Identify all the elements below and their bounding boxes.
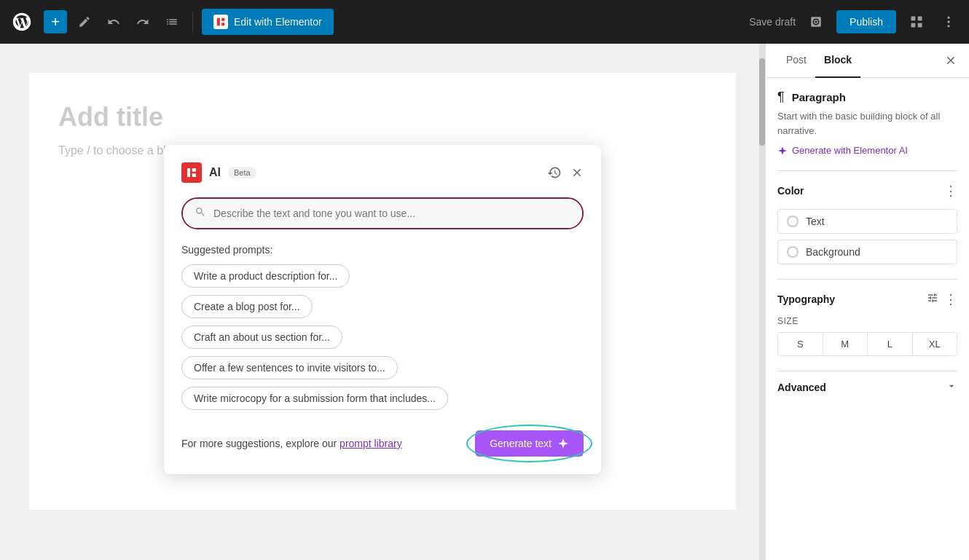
block-header: ¶ Paragraph <box>777 90 957 105</box>
paragraph-icon: ¶ <box>777 90 785 105</box>
prompt-chip-3[interactable]: Offer a few sentences to invite visitors… <box>181 356 398 379</box>
size-m-button[interactable]: M <box>823 333 868 355</box>
svg-rect-11 <box>192 168 196 172</box>
edit-elementor-button[interactable]: Edit with Elementor <box>202 9 334 35</box>
block-desc: Start with the basic building block of a… <box>777 109 957 138</box>
color-menu-button[interactable]: ⋮ <box>944 183 957 199</box>
size-l-button[interactable]: L <box>868 333 913 355</box>
right-sidebar: Post Block ¶ Paragraph Start with the ba… <box>765 44 969 560</box>
typography-section-header: Typography ⋮ <box>777 291 957 307</box>
svg-rect-4 <box>918 17 922 21</box>
preview-button[interactable] <box>804 10 828 33</box>
prompts-list: Write a product description for... Creat… <box>181 264 584 410</box>
prompt-library-link[interactable]: prompt library <box>340 438 402 449</box>
size-xl-button[interactable]: XL <box>913 333 957 355</box>
color-section-title: Color <box>777 185 804 197</box>
ai-modal: AI Beta <box>164 145 601 474</box>
prompt-chip-4[interactable]: Write microcopy for a submission form th… <box>181 387 448 410</box>
redo-button[interactable] <box>131 10 154 33</box>
typography-section: Typography ⋮ SIZE S M L XL <box>777 291 957 356</box>
size-s-button[interactable]: S <box>778 333 823 355</box>
svg-rect-5 <box>911 23 916 28</box>
wp-logo <box>9 9 35 35</box>
modal-close-button[interactable] <box>570 166 584 179</box>
beta-badge: Beta <box>228 167 256 178</box>
svg-point-7 <box>947 17 949 19</box>
more-options-button[interactable] <box>937 10 960 33</box>
size-label: SIZE <box>777 316 957 326</box>
svg-rect-10 <box>187 168 190 177</box>
prompt-chip-1[interactable]: Create a blog post for... <box>181 295 313 318</box>
list-view-button[interactable] <box>160 10 184 33</box>
typography-filter-button[interactable] <box>927 292 938 307</box>
color-label-background: Background <box>806 246 860 258</box>
svg-rect-1 <box>221 18 224 21</box>
svg-rect-12 <box>192 173 196 177</box>
generate-btn-wrapper: Generate text <box>475 430 584 457</box>
sidebar-content: ¶ Paragraph Start with the basic buildin… <box>766 78 969 415</box>
modal-header-right <box>547 165 584 180</box>
main-layout: Add title Type / to choose a block <box>0 44 969 560</box>
editor-area: Add title Type / to choose a block <box>0 44 765 560</box>
toolbar: + Edit with Elementor Save <box>0 0 969 44</box>
modal-header: AI Beta <box>181 162 584 183</box>
modal-history-button[interactable] <box>547 165 562 180</box>
search-icon <box>195 206 206 221</box>
color-section: Color ⋮ Text Background <box>777 183 957 264</box>
modal-title: AI <box>209 166 221 179</box>
toolbar-right: Save draft Publish <box>749 10 960 33</box>
modal-header-left: AI Beta <box>181 162 256 183</box>
elementor-ai-icon <box>181 162 202 183</box>
tab-post[interactable]: Post <box>777 44 815 78</box>
sidebar-divider-2 <box>777 279 957 280</box>
modal-footer: For more suggestions, explore our prompt… <box>181 425 584 457</box>
editor-title[interactable]: Add title <box>58 102 707 133</box>
edit-elementor-label: Edit with Elementor <box>234 16 322 28</box>
color-radio-text[interactable] <box>787 216 799 227</box>
prompt-chip-0[interactable]: Write a product description for... <box>181 264 350 288</box>
sidebar-close-button[interactable] <box>944 44 957 77</box>
svg-rect-0 <box>217 18 220 26</box>
edit-pen-button[interactable] <box>73 10 96 33</box>
color-label-text: Text <box>806 216 825 227</box>
scrollbar-track[interactable] <box>759 44 765 560</box>
publish-button[interactable]: Publish <box>836 10 896 33</box>
size-buttons: S M L XL <box>777 332 957 356</box>
undo-button[interactable] <box>102 10 125 33</box>
toolbar-divider <box>192 12 193 32</box>
elementor-icon <box>213 15 228 29</box>
advanced-title: Advanced <box>777 382 826 393</box>
prompt-library-text: For more suggestions, explore our prompt… <box>181 438 402 449</box>
color-option-text: Text <box>777 209 957 234</box>
ai-search-input[interactable] <box>213 208 570 219</box>
svg-rect-2 <box>221 23 224 25</box>
tab-block[interactable]: Block <box>815 44 860 78</box>
typography-menu-button[interactable]: ⋮ <box>944 291 957 307</box>
svg-rect-3 <box>911 17 916 21</box>
generate-elementor-link[interactable]: Generate with Elementor AI <box>777 145 957 156</box>
svg-point-9 <box>947 25 949 27</box>
color-option-background: Background <box>777 240 957 264</box>
svg-rect-6 <box>918 23 922 28</box>
block-title: Paragraph <box>792 91 846 103</box>
add-block-button[interactable]: + <box>44 10 67 33</box>
color-section-header: Color ⋮ <box>777 183 957 199</box>
search-container <box>183 199 582 228</box>
advanced-section[interactable]: Advanced <box>777 371 957 403</box>
typography-section-title: Typography <box>777 293 835 305</box>
generate-text-button[interactable]: Generate text <box>475 430 584 457</box>
settings-button[interactable] <box>905 10 928 33</box>
save-draft-button[interactable]: Save draft <box>749 16 796 28</box>
svg-point-8 <box>947 20 949 23</box>
prompt-chip-2[interactable]: Craft an about us section for... <box>181 326 342 349</box>
scrollbar-thumb[interactable] <box>759 58 765 146</box>
sidebar-tabs: Post Block <box>766 44 969 78</box>
advanced-chevron-icon <box>946 380 957 395</box>
color-radio-background[interactable] <box>787 246 799 258</box>
search-wrapper <box>181 197 584 229</box>
sidebar-divider <box>777 170 957 171</box>
suggested-prompts-label: Suggested prompts: <box>181 244 584 256</box>
block-section: ¶ Paragraph Start with the basic buildin… <box>777 90 957 156</box>
